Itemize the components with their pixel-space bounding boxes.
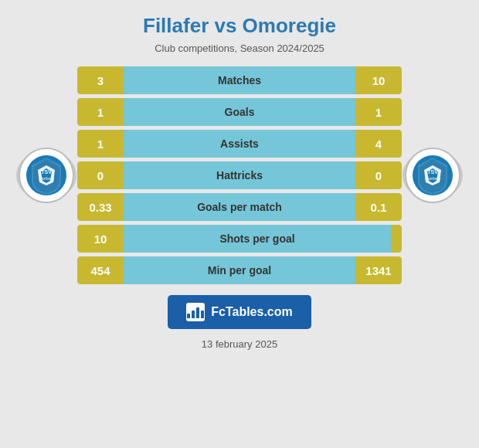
stat-value-left: 3 [77,66,124,94]
logo-right: TSV Hartberg [402,148,464,203]
fctables-icon [186,303,205,321]
stat-label: Goals [124,98,355,126]
stat-value-left: 454 [77,256,124,284]
fctables-label: FcTables.com [211,305,293,319]
stat-value-left: 1 [77,98,124,126]
svg-text:Hartberg: Hartberg [425,176,440,181]
bar1 [187,314,190,318]
tsv-hartberg-logo-left: TSV Hartberg [24,153,69,198]
stat-value-right: 0.1 [355,193,402,221]
bar3 [196,307,199,318]
page-title: Fillafer vs Omoregie [143,14,336,38]
svg-text:Hartberg: Hartberg [39,176,54,181]
stat-row: 454Min per goal1341 [77,256,402,284]
date-footer: 13 february 2025 [202,338,277,350]
stat-label: Shots per goal [124,225,391,253]
stat-row: 0.33Goals per match0.1 [77,193,402,221]
stat-label: Min per goal [124,256,355,284]
stat-value-right: 1 [355,98,402,126]
svg-text:TSV: TSV [41,169,52,175]
stat-value-left: 1 [77,130,124,158]
tsv-hartberg-logo-right: TSV Hartberg [410,153,455,198]
comparison-area: TSV Hartberg 3Matches101Goals11Assists40… [8,66,471,284]
stats-container: 3Matches101Goals11Assists40Hattricks00.3… [77,66,402,284]
fctables-logo[interactable]: FcTables.com [168,295,311,329]
page-subtitle: Club competitions, Season 2024/2025 [155,42,324,54]
logo-left: TSV Hartberg [15,148,77,203]
svg-text:TSV: TSV [427,169,438,175]
page-wrapper: Fillafer vs Omoregie Club competitions, … [0,0,479,448]
stat-right-empty [391,225,402,253]
stat-value-left: 0.33 [77,193,124,221]
fctables-bars [187,306,204,318]
bar4 [201,311,204,318]
stat-row: 1Assists4 [77,130,402,158]
stat-value-left: 10 [77,225,124,253]
stat-label: Goals per match [124,193,355,221]
stat-row: 0Hattricks0 [77,161,402,189]
stat-value-right: 4 [355,130,402,158]
bar2 [192,311,195,318]
stat-label: Assists [124,130,355,158]
stat-row: 10Shots per goal [77,225,402,253]
stat-value-right: 0 [355,161,402,189]
stat-value-right: 10 [355,66,402,94]
stat-value-right: 1341 [355,256,402,284]
stat-label: Matches [124,66,355,94]
stat-value-left: 0 [77,161,124,189]
stat-row: 1Goals1 [77,98,402,126]
team-logo-left: TSV Hartberg [19,148,74,203]
stat-label: Hattricks [124,161,355,189]
team-logo-right: TSV Hartberg [405,148,460,203]
stat-row: 3Matches10 [77,66,402,94]
